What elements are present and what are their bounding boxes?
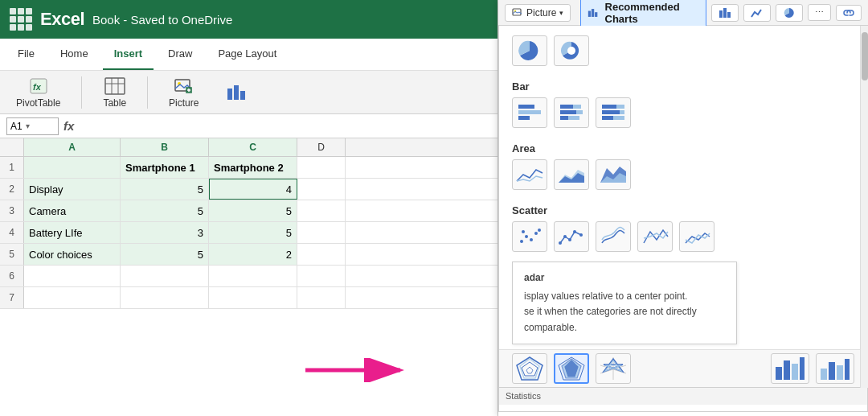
- tab-draw[interactable]: Draw: [157, 39, 203, 70]
- cell-b4[interactable]: 3: [121, 222, 209, 243]
- svg-rect-33: [568, 116, 579, 120]
- cell-a4[interactable]: Battery LIfe: [24, 222, 121, 243]
- cell-c3[interactable]: 5: [209, 200, 297, 221]
- chart-button[interactable]: [219, 80, 255, 105]
- pie-chart-btn[interactable]: [776, 4, 803, 22]
- cell-b3[interactable]: 5: [121, 200, 209, 221]
- tab-home[interactable]: Home: [49, 39, 100, 70]
- chart-scrollbar-thumb[interactable]: [862, 32, 868, 80]
- cell-b2[interactable]: 5: [121, 179, 209, 200]
- svg-point-52: [568, 238, 571, 241]
- chart-ribbon-top: Picture ▾ Recommended Charts: [498, 0, 868, 26]
- pie-chart-option[interactable]: [512, 35, 547, 66]
- cell-a3[interactable]: Camera: [24, 200, 121, 221]
- col-header-d[interactable]: D: [297, 138, 346, 156]
- bar-chart-right1[interactable]: [771, 353, 809, 384]
- svg-point-50: [559, 241, 562, 245]
- area-filled-option[interactable]: [554, 159, 589, 190]
- cell-a1[interactable]: [24, 157, 121, 178]
- donut-chart-option[interactable]: [554, 35, 589, 66]
- area-filled2-option[interactable]: [596, 159, 631, 190]
- column-chart-btn[interactable]: [711, 4, 739, 22]
- radar-tooltip-line2: se it when the categories are not direct…: [524, 304, 725, 335]
- divider1: [81, 76, 82, 109]
- cell-d7[interactable]: [297, 287, 346, 308]
- col-header-b[interactable]: B: [121, 138, 209, 156]
- chart-scrollbar[interactable]: [860, 26, 868, 388]
- radar-star-option[interactable]: [596, 353, 631, 384]
- cell-a6[interactable]: [24, 266, 121, 286]
- cell-c1[interactable]: Smartphone 2: [209, 157, 297, 178]
- tab-page-layout[interactable]: Page Layout: [207, 39, 288, 70]
- table-button[interactable]: Table: [96, 73, 133, 112]
- radar-filled-option[interactable]: [554, 353, 589, 384]
- cell-c2[interactable]: 4: [209, 179, 297, 200]
- scatter-lines2-option[interactable]: [679, 221, 714, 252]
- picture-button[interactable]: Picture: [162, 73, 205, 112]
- bar-chart-right2[interactable]: [816, 353, 854, 384]
- pie-chart-icon: [783, 7, 796, 19]
- recommended-charts-btn[interactable]: Recommended Charts: [580, 0, 706, 28]
- svg-rect-26: [518, 110, 541, 114]
- svg-rect-31: [576, 110, 583, 114]
- apps-grid-icon[interactable]: [10, 8, 32, 31]
- cell-reference[interactable]: A1 ▾: [6, 117, 59, 135]
- bar-stacked-option[interactable]: [554, 97, 589, 128]
- cell-d3[interactable]: [297, 200, 346, 221]
- table-row: 6: [0, 266, 497, 287]
- picture-btn-label: Picture: [526, 7, 556, 19]
- more-charts-btn[interactable]: ⋯: [808, 4, 831, 21]
- cell-c6[interactable]: [209, 266, 297, 286]
- stats-bar: Statistics: [499, 387, 867, 405]
- excel-left-panel: Excel Book - Saved to OneDrive File Home…: [0, 0, 498, 416]
- scatter-x-option[interactable]: [637, 221, 673, 252]
- cell-a5[interactable]: Color choices: [24, 244, 121, 265]
- cell-c7[interactable]: [209, 287, 297, 308]
- bar-clustered-option[interactable]: [512, 97, 547, 128]
- svg-rect-19: [592, 9, 594, 17]
- pie-section: [499, 32, 867, 74]
- divider2: [147, 76, 148, 109]
- row-num-4: 4: [0, 222, 24, 243]
- bar-section: Bar: [499, 74, 867, 136]
- svg-rect-12: [234, 85, 239, 100]
- link-btn[interactable]: [836, 5, 862, 21]
- pink-arrow: [305, 358, 410, 382]
- svg-rect-38: [602, 116, 613, 120]
- cell-b6[interactable]: [121, 266, 209, 286]
- fx-symbol: fx: [63, 119, 74, 133]
- col-header-a[interactable]: A: [24, 138, 121, 156]
- more-icon: ⋯: [815, 7, 824, 18]
- scatter-smooth-option[interactable]: [596, 221, 631, 252]
- col-header-c[interactable]: C: [209, 138, 297, 156]
- cell-a7[interactable]: [24, 287, 121, 308]
- picture-icon: [173, 76, 195, 96]
- tab-insert[interactable]: Insert: [103, 39, 154, 70]
- cell-d5[interactable]: [297, 244, 346, 265]
- area-line-option[interactable]: [512, 159, 547, 190]
- cell-b1[interactable]: Smartphone 1: [121, 157, 209, 178]
- spreadsheet: A B C D 1 Smartphone 1 Smartphone 2 2 Di…: [0, 138, 497, 309]
- cell-b5[interactable]: 5: [121, 244, 209, 265]
- tab-file[interactable]: File: [6, 39, 46, 70]
- picture-btn[interactable]: Picture ▾: [505, 4, 571, 22]
- scatter-connected-option[interactable]: [554, 221, 589, 252]
- svg-point-54: [579, 233, 583, 237]
- cell-c5[interactable]: 2: [209, 244, 297, 265]
- formula-input[interactable]: [79, 117, 491, 135]
- cell-a2[interactable]: Display: [24, 179, 121, 200]
- line-chart-btn[interactable]: [743, 4, 771, 22]
- cell-b7[interactable]: [121, 287, 209, 308]
- cell-d6[interactable]: [297, 266, 346, 286]
- cell-d2[interactable]: [297, 179, 346, 200]
- cell-c4[interactable]: 5: [209, 222, 297, 243]
- svg-rect-35: [616, 105, 624, 109]
- link-icon: [843, 8, 854, 18]
- radar-basic-option[interactable]: [512, 353, 547, 384]
- bar-100-option[interactable]: [596, 97, 631, 128]
- table-row: 2 Display 5 4: [0, 179, 497, 200]
- cell-d1[interactable]: [297, 157, 346, 178]
- svg-point-46: [530, 238, 533, 241]
- scatter-dots-option[interactable]: [512, 221, 547, 252]
- cell-d4[interactable]: [297, 222, 346, 243]
